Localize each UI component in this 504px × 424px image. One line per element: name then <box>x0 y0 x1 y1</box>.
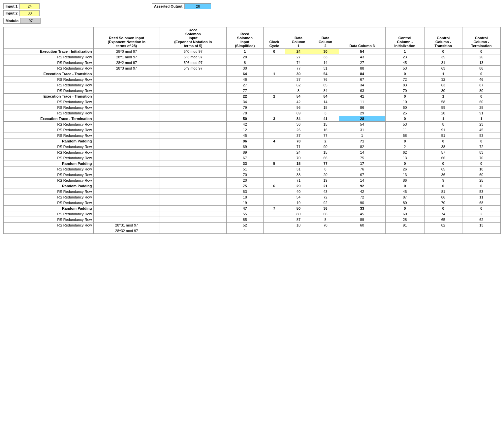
clock-cell <box>264 228 285 234</box>
simplified-cell: 79 <box>226 105 264 110</box>
table-row: RS Redundancy Row28^31 mod 9752187060918… <box>4 223 501 228</box>
rs-exp28-cell <box>93 116 160 122</box>
ctrl-init-cell: 11 <box>385 127 425 133</box>
rs-exp28-cell <box>93 77 160 82</box>
header-rs-simplified: ReedSolomonInput(Simplified) <box>226 27 264 49</box>
header-ctrl-trans: ControlColumn -Transition <box>425 27 462 49</box>
clock-cell <box>264 195 285 200</box>
data1-cell: 77 <box>285 66 312 71</box>
simplified-cell: 63 <box>226 189 264 195</box>
rs-exp28-cell <box>93 138 160 144</box>
data1-cell: 74 <box>285 60 312 66</box>
ctrl-trans-cell: 38 <box>425 144 462 150</box>
simplified-cell: 89 <box>226 150 264 155</box>
data2-cell: 36 <box>312 206 339 211</box>
ctrl-init-cell: 0 <box>385 161 425 167</box>
ctrl-term-cell: 72 <box>462 144 500 150</box>
clock-cell <box>264 105 285 110</box>
table-row: Execution Trace - Termination50384412801… <box>4 116 501 122</box>
data3-cell: 75 <box>339 155 385 161</box>
ctrl-term-cell: 13 <box>462 223 500 228</box>
data3-cell: 54 <box>339 49 385 54</box>
rs-exp5-cell <box>160 138 227 144</box>
table-row: Random Padding756292192000 <box>4 183 501 189</box>
data3-cell: 84 <box>339 71 385 77</box>
table-row: RS Redundancy Row4236155453823 <box>4 122 501 127</box>
rs-exp5-cell <box>160 189 227 195</box>
row-label-cell: Random Padding <box>4 206 94 211</box>
ctrl-trans-cell: 9 <box>425 178 462 183</box>
ctrl-init-cell <box>385 228 425 234</box>
table-row: RS Redundancy Row89241514625783 <box>4 150 501 155</box>
rs-exp28-cell <box>93 183 160 189</box>
ctrl-init-cell: 0 <box>385 94 425 99</box>
table-row: RS Redundancy Row18547272878611 <box>4 195 501 200</box>
simplified-cell: 75 <box>226 183 264 189</box>
data1-cell: 54 <box>285 94 312 99</box>
rs-exp28-cell <box>93 167 160 172</box>
data2-cell: 14 <box>312 99 339 105</box>
clock-cell <box>264 66 285 71</box>
ctrl-init-cell: 1 <box>385 49 425 54</box>
data3-cell: 89 <box>339 217 385 223</box>
ctrl-trans-cell: 8 <box>425 122 462 127</box>
input2-value: 30 <box>20 10 40 16</box>
table-row: RS Redundancy Row34421411105860 <box>4 99 501 105</box>
data1-cell: 50 <box>285 206 312 211</box>
rs-exp28-cell <box>93 217 160 223</box>
ctrl-trans-cell: 58 <box>425 99 462 105</box>
rs-exp5-cell: 5^9 mod 97 <box>160 66 227 71</box>
rs-exp28-cell <box>93 195 160 200</box>
row-label-cell: RS Redundancy Row <box>4 144 94 150</box>
data3-cell: 1 <box>339 133 385 138</box>
data1-cell: 38 <box>285 172 312 178</box>
row-label-cell: RS Redundancy Row <box>4 195 94 200</box>
ctrl-init-cell: 23 <box>385 54 425 60</box>
data3-cell: 60 <box>339 223 385 228</box>
rs-exp5-cell <box>160 110 227 116</box>
rs-exp5-cell <box>160 195 227 200</box>
data2-cell: 90 <box>312 144 339 150</box>
row-label-cell: RS Redundancy Row <box>4 127 94 133</box>
header-rs-exp28: Reed Solomon Input(Exponent Notation int… <box>93 27 160 49</box>
ctrl-term-cell: 60 <box>462 172 500 178</box>
rs-exp5-cell: 5^6 mod 97 <box>160 60 227 66</box>
ctrl-init-cell: 72 <box>385 77 425 82</box>
ctrl-term-cell: 46 <box>462 77 500 82</box>
data2-cell: 72 <box>312 195 339 200</box>
table-row: RS Redundancy Row28^2 mod 975^6 mod 9787… <box>4 60 501 66</box>
data2-cell: 70 <box>312 223 339 228</box>
table-row: RS Redundancy Row28^3 mod 975^9 mod 9730… <box>4 66 501 71</box>
rs-exp28-cell <box>93 178 160 183</box>
table-row: RS Redundancy Row12261631119145 <box>4 127 501 133</box>
data3-cell: 31 <box>339 127 385 133</box>
table-row: RS Redundancy Row63404342468153 <box>4 189 501 195</box>
rs-exp28-cell <box>93 122 160 127</box>
row-label-cell: RS Redundancy Row <box>4 217 94 223</box>
data3-cell: 63 <box>339 88 385 94</box>
ctrl-term-cell: 2 <box>462 211 500 217</box>
rs-exp28-cell <box>93 161 160 167</box>
ctrl-trans-cell: 66 <box>425 155 462 161</box>
simplified-cell: 33 <box>226 161 264 167</box>
clock-cell <box>264 88 285 94</box>
ctrl-term-cell: 68 <box>462 200 500 206</box>
rs-exp28-cell: 28^0 mod 97 <box>93 49 160 54</box>
row-label-cell: RS Redundancy Row <box>4 66 94 71</box>
ctrl-term-cell <box>462 228 500 234</box>
data2-cell: 41 <box>312 116 339 122</box>
data1-cell: 69 <box>285 110 312 116</box>
row-label-cell: RS Redundancy Row <box>4 77 94 82</box>
data2-cell: 84 <box>312 88 339 94</box>
ctrl-term-cell: 60 <box>462 99 500 105</box>
table-row: Random Padding477503633000 <box>4 206 501 211</box>
simplified-cell: 67 <box>226 155 264 161</box>
row-label-cell: RS Redundancy Row <box>4 60 94 66</box>
ctrl-init-cell: 53 <box>385 122 425 127</box>
header-data3: Data Column 3 <box>339 27 385 49</box>
rs-exp5-cell <box>160 71 227 77</box>
table-row: 28^32 mod 971 <box>4 228 501 234</box>
ctrl-init-cell: 26 <box>385 167 425 172</box>
clock-cell <box>264 211 285 217</box>
rs-exp28-cell: 28^2 mod 97 <box>93 60 160 66</box>
